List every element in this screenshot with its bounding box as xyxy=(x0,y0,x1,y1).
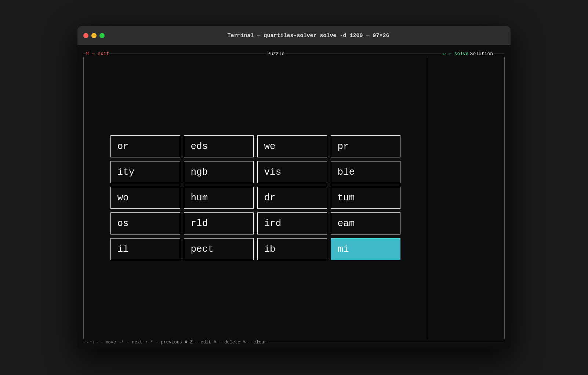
content-row: oredsweprityngbvisblewohumdrtumosrldirde… xyxy=(83,57,505,339)
tile-r1c1[interactable]: ngb xyxy=(184,161,254,183)
solution-panel xyxy=(427,57,504,339)
tile-r2c1[interactable]: hum xyxy=(184,187,254,209)
titlebar: Terminal — quartiles-solver solve -d 120… xyxy=(77,26,511,45)
tile-r3c2[interactable]: ird xyxy=(257,212,327,234)
tile-r0c1[interactable]: eds xyxy=(184,135,254,157)
bottom-line-right xyxy=(268,342,505,342)
minimize-button[interactable] xyxy=(91,33,97,38)
tile-r3c1[interactable]: rld xyxy=(184,212,254,234)
tile-r3c3[interactable]: eam xyxy=(331,212,400,234)
solution-label: Solution xyxy=(469,51,494,57)
bottom-left-corner: ─ xyxy=(83,339,86,345)
tile-r4c0[interactable]: il xyxy=(110,238,180,260)
tile-r4c3[interactable]: mi xyxy=(331,238,400,260)
tile-grid: oredsweprityngbvisblewohumdrtumosrldirde… xyxy=(110,135,400,260)
bottom-border: ─ ←↑↓→ — move →* — next ↑→* — previous A… xyxy=(83,339,505,345)
tile-r2c2[interactable]: dr xyxy=(257,187,327,209)
puzzle-panel: oredsweprityngbvisblewohumdrtumosrldirde… xyxy=(84,57,427,339)
tile-r0c0[interactable]: or xyxy=(110,135,180,157)
tile-r1c0[interactable]: ity xyxy=(110,161,180,183)
window-title: Terminal — quartiles-solver solve -d 120… xyxy=(112,33,505,39)
close-button[interactable] xyxy=(83,33,88,38)
tile-r0c2[interactable]: we xyxy=(257,135,327,157)
tile-r4c1[interactable]: pect xyxy=(184,238,254,260)
top-line-left xyxy=(109,54,266,54)
maximize-button[interactable] xyxy=(99,33,105,38)
top-left-corner: ─ xyxy=(83,51,86,57)
top-line-right2 xyxy=(494,54,505,54)
solve-label: ↵ — solve xyxy=(443,51,468,57)
status-bar-text: ←↑↓→ — move →* — next ↑→* — previous A–Z… xyxy=(86,339,268,345)
traffic-lights xyxy=(83,33,105,38)
tile-r1c2[interactable]: vis xyxy=(257,161,327,183)
terminal-window: Terminal — quartiles-solver solve -d 120… xyxy=(77,26,511,349)
top-line-mid xyxy=(285,54,443,54)
tile-r3c0[interactable]: os xyxy=(110,212,180,234)
tile-r4c2[interactable]: ib xyxy=(257,238,327,260)
tile-r2c3[interactable]: tum xyxy=(331,187,400,209)
tile-r1c3[interactable]: ble xyxy=(331,161,400,183)
tile-r0c3[interactable]: pr xyxy=(331,135,400,157)
exit-label: ⌘ — exit xyxy=(86,51,109,57)
tile-r2c0[interactable]: wo xyxy=(110,187,180,209)
puzzle-label: Puzzle xyxy=(266,51,285,57)
